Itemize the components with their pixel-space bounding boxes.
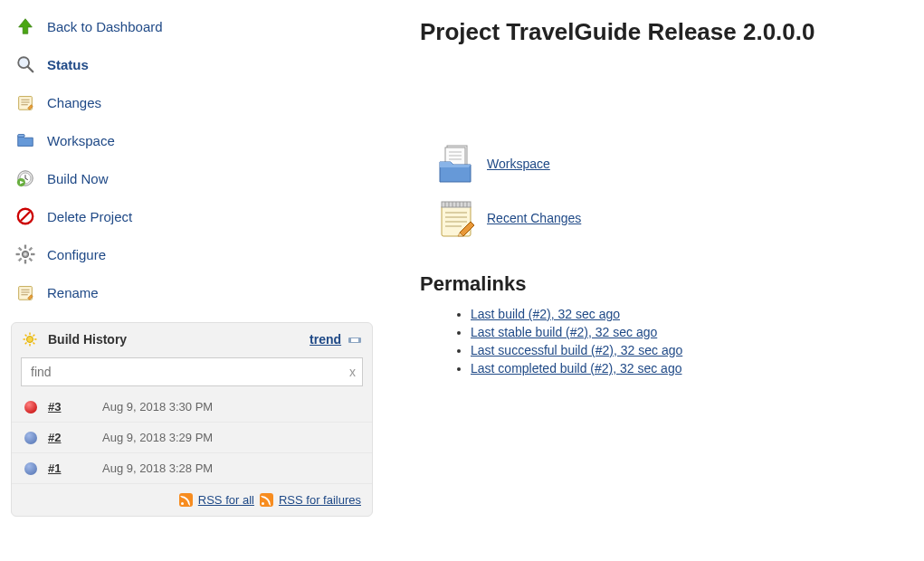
svg-rect-14 <box>24 260 26 263</box>
svg-rect-18 <box>18 258 22 261</box>
permalink-last-build[interactable]: Last build (#2), 32 sec ago <box>471 307 620 321</box>
build-number-link[interactable]: #2 <box>48 431 102 444</box>
rss-all-link[interactable]: RSS for all <box>198 493 254 507</box>
notepad-pencil-large-icon <box>434 196 478 240</box>
svg-line-33 <box>25 343 27 345</box>
svg-line-31 <box>25 335 27 337</box>
clock-play-icon <box>14 167 36 189</box>
build-date: Aug 9, 2018 3:28 PM <box>102 461 213 475</box>
permalink-last-successful[interactable]: Last successful build (#2), 32 sec ago <box>471 343 682 357</box>
build-date: Aug 9, 2018 3:29 PM <box>102 431 213 444</box>
svg-line-32 <box>33 343 35 345</box>
folder-document-icon <box>434 142 478 185</box>
rss-failures-link[interactable]: RSS for failures <box>279 493 361 507</box>
svg-line-1 <box>28 67 33 72</box>
workspace-link[interactable]: Workspace <box>487 157 550 171</box>
nav-back-to-dashboard[interactable]: Back to Dashboard <box>11 7 373 45</box>
rss-icon <box>260 493 273 507</box>
build-number-link[interactable]: #1 <box>48 461 102 475</box>
nav-build-now[interactable]: Build Now <box>11 159 373 197</box>
delete-icon <box>14 205 36 227</box>
svg-rect-13 <box>24 245 26 249</box>
nav-label: Delete Project <box>47 209 132 224</box>
nav-workspace[interactable]: Workspace <box>11 121 373 159</box>
nav-label: Configure <box>47 247 106 262</box>
collapse-icon[interactable] <box>348 338 361 343</box>
folder-icon <box>14 129 36 151</box>
permalinks-list: Last build (#2), 32 sec ago Last stable … <box>471 307 906 376</box>
svg-rect-19 <box>18 247 22 251</box>
recent-changes-link[interactable]: Recent Changes <box>487 211 581 225</box>
permalinks-heading: Permalinks <box>420 272 906 296</box>
svg-rect-17 <box>29 247 33 251</box>
svg-rect-6 <box>18 135 24 138</box>
build-status-blue-icon <box>24 462 37 475</box>
nav-configure[interactable]: Configure <box>11 235 373 273</box>
notepad-pencil-icon <box>14 281 36 303</box>
clear-icon[interactable]: x <box>349 365 356 379</box>
build-history-panel: Build History trend x #3 Aug 9, 2018 3:3… <box>11 322 373 517</box>
rss-icon <box>179 493 193 507</box>
sun-icon <box>23 332 37 347</box>
svg-line-34 <box>33 335 35 337</box>
build-row[interactable]: #1 Aug 9, 2018 3:28 PM <box>12 453 372 484</box>
trend-link[interactable]: trend <box>310 332 341 347</box>
nav-label: Status <box>47 57 89 72</box>
nav-label: Workspace <box>47 133 115 148</box>
build-status-red-icon <box>24 401 37 414</box>
find-input[interactable] <box>21 357 363 386</box>
page-title: Project TravelGuide Release 2.0.0.0 <box>420 18 906 46</box>
notepad-icon <box>14 91 36 113</box>
build-row[interactable]: #3 Aug 9, 2018 3:30 PM <box>12 392 372 423</box>
nav-label: Back to Dashboard <box>47 19 163 34</box>
build-date: Aug 9, 2018 3:30 PM <box>102 400 213 414</box>
gear-icon <box>14 243 36 265</box>
svg-rect-20 <box>29 258 33 261</box>
build-number-link[interactable]: #3 <box>48 400 102 414</box>
permalink-last-completed[interactable]: Last completed build (#2), 32 sec ago <box>471 361 681 376</box>
nav-status[interactable]: Status <box>11 45 373 83</box>
nav-changes[interactable]: Changes <box>11 83 373 121</box>
svg-point-21 <box>24 252 27 256</box>
search-icon <box>14 53 36 75</box>
nav-label: Rename <box>47 285 99 300</box>
permalink-last-stable[interactable]: Last stable build (#2), 32 sec ago <box>471 325 657 339</box>
nav-rename[interactable]: Rename <box>11 273 373 311</box>
nav-label: Build Now <box>47 171 109 186</box>
svg-rect-15 <box>16 253 20 255</box>
up-arrow-icon <box>14 15 36 37</box>
svg-point-26 <box>27 337 33 343</box>
build-history-title: Build History <box>48 332 127 347</box>
build-row[interactable]: #2 Aug 9, 2018 3:29 PM <box>12 423 372 453</box>
nav-label: Changes <box>47 95 101 110</box>
build-status-blue-icon <box>24 432 37 444</box>
nav-delete-project[interactable]: Delete Project <box>11 197 373 235</box>
svg-rect-16 <box>31 253 34 255</box>
